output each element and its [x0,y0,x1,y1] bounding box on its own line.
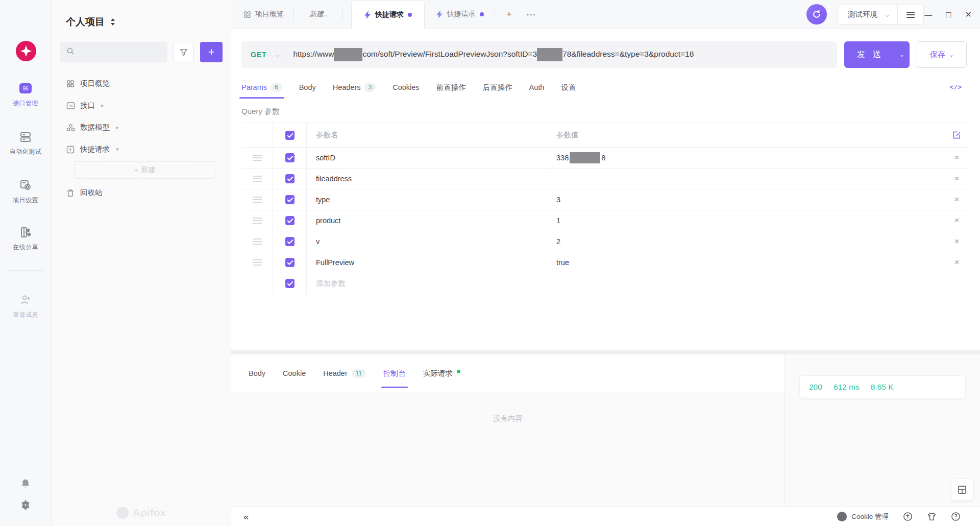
param-value-input[interactable] [550,169,946,189]
bulk-edit-icon[interactable] [952,131,961,139]
tree-item-quick-request[interactable]: 快捷请求 ▾ [52,138,231,160]
maximize-button[interactable]: □ [946,10,951,20]
tab-label: Cookies [393,83,419,91]
chevron-down-icon[interactable]: ⌄ [894,41,910,68]
param-checkbox[interactable] [285,258,295,267]
collapse-sidebar-button[interactable]: « [243,511,249,522]
param-checkbox[interactable] [285,279,295,288]
tab-post-processors[interactable]: 后置操作 [483,76,512,99]
param-value-input[interactable]: 3 [550,189,946,210]
delete-param-icon[interactable]: × [954,174,960,184]
param-checkbox[interactable] [285,237,295,246]
filter-button[interactable] [174,42,194,62]
add-param-input[interactable]: 添加参数 [307,273,550,294]
minimize-button[interactable]: — [924,10,932,19]
save-button[interactable]: 保存 ⌄ [917,41,967,68]
param-value-input[interactable]: 338 8 [550,148,946,168]
param-name-input[interactable]: product [307,210,550,231]
tab-pre-processors[interactable]: 前置操作 [436,76,466,99]
tab-cookies[interactable]: Cookies [393,76,419,99]
delete-param-icon[interactable]: × [954,257,960,268]
param-name-input[interactable]: softID [307,148,550,168]
tab-console[interactable]: 控制台 [383,354,406,392]
tree-item-project-overview[interactable]: 项目概览 [52,73,231,94]
drag-handle[interactable] [253,218,262,224]
request-config-tabs: Params 6 Body Headers 3 Cookies 前置操作 后置操 [231,76,980,99]
tree-item-label: 快捷请求 [80,145,110,154]
param-checkbox[interactable] [285,216,295,225]
url-input[interactable]: https://wwwcom/soft/Preview/FirstLoadPre… [293,48,828,61]
tab-quick-request[interactable]: 快捷请求 [425,0,495,29]
upload-circle-icon[interactable] [903,512,913,521]
layout-toggle-button[interactable] [951,479,973,500]
project-title[interactable]: 个人项目 [66,15,105,29]
chevron-down-icon[interactable]: ⌄ [275,51,280,58]
code-view-icon[interactable]: </> [950,84,962,91]
tab-label: Params [241,83,267,91]
delete-param-icon[interactable]: × [954,216,960,226]
param-checkbox[interactable] [285,195,295,204]
project-search-input[interactable] [79,48,161,56]
delete-param-icon[interactable]: × [954,236,960,247]
drag-handle[interactable] [253,197,262,203]
help-icon[interactable] [951,512,961,521]
param-name-input[interactable]: type [307,189,550,210]
select-all-checkbox[interactable] [285,131,295,140]
sidebar-item-automated-testing[interactable]: 自动化测试 [0,130,51,156]
tab-body[interactable]: Body [299,76,316,99]
theme-shirt-icon[interactable] [927,512,937,521]
drag-handle[interactable] [253,155,262,161]
new-quick-request-button[interactable]: + 新建 [74,161,215,179]
tree-item-recycle-bin[interactable]: 回收站 [52,182,231,204]
sidebar-item-api-management[interactable]: 96 接口管理 [0,82,51,108]
param-checkbox[interactable] [285,174,295,183]
tab-new-draft[interactable]: 新建.. [294,0,343,29]
environment-label[interactable]: 测试环境 [838,10,885,19]
send-button[interactable]: 发 送 ⌄ [844,41,910,68]
tab-settings[interactable]: 设置 [561,76,576,99]
tree-item-api[interactable]: 96 接口 ▸ [52,94,231,116]
delete-param-icon[interactable]: × [954,195,960,205]
tree-item-label: 接口 [80,101,95,110]
close-button[interactable]: ✕ [965,10,972,19]
tab-auth[interactable]: Auth [529,76,545,99]
notifications-bell-icon[interactable] [0,478,51,489]
pane-splitter[interactable] [231,350,980,354]
tab-response-cookie[interactable]: Cookie [283,354,306,392]
sidebar-item-online-share[interactable]: 在线分享 [0,226,51,252]
tab-project-overview[interactable]: 项目概览 [231,0,294,29]
add-param-value-input[interactable] [550,273,946,294]
delete-param-icon[interactable]: × [954,153,960,163]
new-tab-button[interactable]: + [499,0,519,29]
param-name-input[interactable]: FullPreview [307,252,550,273]
tab-response-header[interactable]: Header 11 [323,354,366,392]
sync-refresh-button[interactable] [806,4,827,25]
drag-handle[interactable] [253,238,262,245]
url-part: 78&fileaddress=&type=3&product=18 [562,50,694,58]
apifox-logo[interactable] [16,41,36,61]
drag-handle[interactable] [253,176,262,182]
param-name-input[interactable]: fileaddress [307,169,550,189]
tree-item-data-models[interactable]: 数据模型 ▸ [52,116,231,138]
param-checkbox[interactable] [285,153,295,162]
tab-more-button[interactable]: ⋯ [519,0,543,29]
chevron-down-icon[interactable]: ⌄ [885,11,897,18]
menu-button[interactable] [898,11,923,18]
project-switcher-icon[interactable] [110,18,116,26]
cookie-manager-button[interactable]: Cookie 管理 [837,512,889,521]
drag-handle[interactable] [253,259,262,266]
param-value-input[interactable]: 1 [550,210,946,231]
tab-response-body[interactable]: Body [249,354,265,392]
tab-headers[interactable]: Headers 3 [333,76,376,99]
tab-quick-request-active[interactable]: 快捷请求 [351,0,425,29]
add-new-button[interactable]: + [200,42,223,62]
param-value-input[interactable]: true [550,252,946,273]
method-select[interactable]: GET [251,51,266,59]
sidebar-item-invite-members[interactable]: 邀请成员 [0,293,51,319]
settings-gear-icon[interactable] [0,499,51,511]
param-value-input[interactable]: 2 [550,231,946,252]
sidebar-item-project-settings[interactable]: 项目设置 [0,179,51,205]
tab-params[interactable]: Params 6 [241,76,282,99]
param-name-input[interactable]: v [307,231,550,252]
tab-actual-request[interactable]: 实际请求 [423,354,460,392]
